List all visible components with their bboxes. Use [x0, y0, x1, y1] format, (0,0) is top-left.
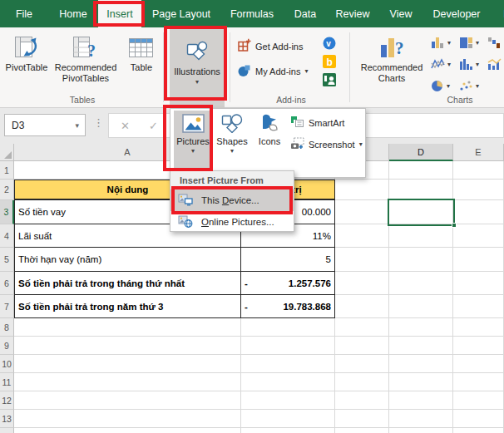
row-header-3[interactable]: 3 — [0, 200, 14, 224]
people-graph-addin-icon[interactable] — [323, 73, 336, 86]
cell-D14[interactable] — [389, 428, 453, 433]
cell-C4[interactable] — [335, 224, 389, 248]
cell-E1[interactable] — [453, 161, 504, 180]
cell-A14[interactable] — [14, 428, 241, 433]
ribbon-tab-file[interactable]: File — [0, 0, 48, 27]
menu-item-online-pictures[interactable]: Online Pictures... — [170, 211, 294, 233]
cell-D12[interactable] — [389, 391, 453, 410]
row-header-4[interactable]: 4 — [0, 224, 14, 248]
ribbon-tab-help[interactable]: Help — [489, 0, 504, 27]
ribbon-tab-page-layout[interactable]: Page Layout — [141, 0, 221, 27]
cell-D9[interactable] — [389, 337, 453, 355]
recommended-pivottables-button[interactable]: ? Recommended PivotTables — [48, 33, 123, 83]
insert-hierarchy-chart-button[interactable]: ▾ — [459, 37, 479, 49]
cell-C14[interactable] — [335, 428, 389, 433]
recommended-charts-button[interactable]: ? Recommended Charts — [356, 33, 427, 83]
cell-E6[interactable] — [453, 272, 504, 295]
row-header-1[interactable]: 1 — [0, 161, 14, 180]
cell-E9[interactable] — [453, 337, 504, 355]
cell-C2[interactable] — [335, 180, 389, 200]
cell-E10[interactable] — [453, 355, 504, 373]
cell-D2[interactable] — [389, 180, 453, 200]
insert-column-chart-button[interactable]: ▾ — [431, 37, 451, 49]
cell-B13[interactable] — [241, 410, 335, 428]
my-addins-button[interactable]: My Add-ins ▾ — [237, 63, 308, 79]
cell-B10[interactable] — [241, 355, 335, 373]
row-header-7[interactable]: 7 — [0, 295, 14, 318]
menu-item-this-device[interactable]: This Device... — [170, 189, 294, 211]
cell-E12[interactable] — [453, 391, 504, 410]
cell-E13[interactable] — [453, 410, 504, 428]
name-box[interactable]: D3 ▾ — [4, 114, 86, 136]
bing-addin-icon[interactable]: b — [323, 55, 336, 68]
cell-E14[interactable] — [453, 428, 504, 433]
row-header-2[interactable]: 2 — [0, 180, 14, 200]
cell-A7[interactable]: Số tiền phải trả trong năm thứ 3 — [14, 295, 241, 318]
get-addins-button[interactable]: Get Add-ins — [237, 38, 303, 54]
cell-E5[interactable] — [453, 248, 504, 272]
cell-D10[interactable] — [389, 355, 453, 373]
pivottable-button[interactable]: PivotTable — [5, 33, 48, 73]
row-header-13[interactable]: 13 — [0, 410, 14, 428]
cell-E8[interactable] — [453, 318, 504, 337]
ribbon-tab-insert[interactable]: Insert — [98, 0, 141, 27]
cell-C13[interactable] — [335, 410, 389, 428]
cell-D1[interactable] — [389, 161, 453, 180]
cell-C11[interactable] — [335, 373, 389, 391]
cell-A6[interactable]: Số tiền phải trả trong tháng thứ nhất — [14, 272, 241, 295]
cell-A11[interactable] — [14, 373, 241, 391]
fill-handle[interactable] — [452, 223, 457, 228]
ribbon-tab-view[interactable]: View — [378, 0, 424, 27]
cell-B5[interactable]: 5 — [241, 248, 335, 272]
screenshot-menu-button[interactable]: Screenshot ▾ — [290, 137, 363, 151]
cell-D5[interactable] — [389, 248, 453, 272]
table-button[interactable]: Table — [123, 33, 160, 73]
row-header-9[interactable]: 9 — [0, 337, 14, 355]
cell-E4[interactable] — [453, 224, 504, 248]
insert-pie-chart-button[interactable]: ▾ — [431, 80, 450, 92]
insert-combo-chart-button[interactable]: ▾ — [487, 58, 504, 71]
enter-icon[interactable]: ✓ — [149, 120, 158, 132]
cell-B9[interactable] — [241, 337, 335, 355]
ribbon-tab-data[interactable]: Data — [283, 0, 328, 27]
visio-addin-icon[interactable]: v — [323, 37, 336, 50]
shapes-menu-button[interactable]: Shapes ▾ — [214, 111, 250, 175]
cell-A13[interactable] — [14, 410, 241, 428]
cell-C10[interactable] — [335, 355, 389, 373]
cell-D4[interactable] — [389, 224, 453, 248]
cancel-icon[interactable]: ✕ — [121, 120, 130, 132]
cell-B7[interactable]: -19.783.868 — [241, 295, 335, 318]
cell-B8[interactable] — [241, 318, 335, 337]
ribbon-tab-formulas[interactable]: Formulas — [221, 0, 283, 27]
cell-A5[interactable]: Thời hạn vay (năm) — [14, 248, 241, 272]
column-header-E[interactable]: E — [453, 144, 504, 161]
cell-C8[interactable] — [335, 318, 389, 337]
cell-C3[interactable] — [335, 200, 389, 224]
row-header-6[interactable]: 6 — [0, 272, 14, 295]
cell-A9[interactable] — [14, 337, 241, 355]
row-header-14[interactable]: 14 — [0, 428, 14, 433]
icons-menu-button[interactable]: Icons — [252, 111, 287, 175]
insert-line-chart-button[interactable]: ▾ — [431, 58, 451, 71]
cell-E2[interactable] — [453, 180, 504, 200]
cell-B14[interactable] — [241, 428, 335, 433]
cell-E7[interactable] — [453, 295, 504, 318]
cell-C5[interactable] — [335, 248, 389, 272]
cell-C9[interactable] — [335, 337, 389, 355]
cell-A8[interactable] — [14, 318, 241, 337]
cell-D7[interactable] — [389, 295, 453, 318]
cell-C7[interactable] — [335, 295, 389, 318]
cell-E11[interactable] — [453, 373, 504, 391]
row-header-5[interactable]: 5 — [0, 248, 14, 272]
cell-C6[interactable] — [335, 272, 389, 295]
cell-C12[interactable] — [335, 391, 389, 410]
cell-D8[interactable] — [389, 318, 453, 337]
cell-D6[interactable] — [389, 272, 453, 295]
pictures-menu-button[interactable]: Pictures ▾ — [174, 111, 212, 175]
ribbon-tab-developer[interactable]: Developer — [424, 0, 489, 27]
cell-D13[interactable] — [389, 410, 453, 428]
ribbon-tab-review[interactable]: Review — [328, 0, 378, 27]
smartart-menu-button[interactable]: SmartArt — [290, 116, 344, 130]
ribbon-tab-home[interactable]: Home — [48, 0, 98, 27]
select-all-corner[interactable] — [0, 144, 14, 161]
